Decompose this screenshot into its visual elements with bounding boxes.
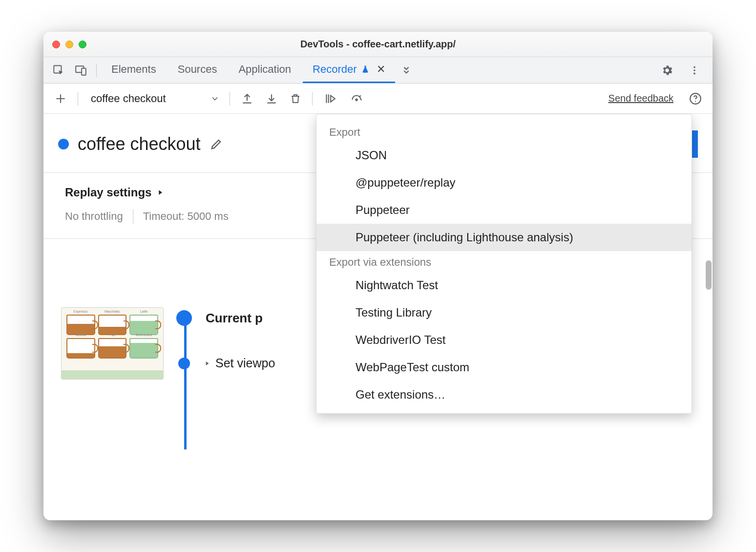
export-extensions-header: Export via extensions xyxy=(316,251,692,272)
export-webdriverio[interactable]: WebdriverIO Test xyxy=(316,326,692,354)
svg-point-8 xyxy=(695,101,696,102)
window-title: DevTools - coffee-cart.netlify.app/ xyxy=(43,39,713,50)
tab-label: Elements xyxy=(111,63,156,76)
divider xyxy=(312,92,313,106)
close-window-button[interactable] xyxy=(52,41,60,48)
devtools-window: DevTools - coffee-cart.netlify.app/ Elem… xyxy=(43,32,713,520)
divider xyxy=(78,92,78,106)
step-label: Current p xyxy=(206,311,263,326)
minimize-window-button[interactable] xyxy=(65,41,73,48)
export-testing-library[interactable]: Testing Library xyxy=(316,299,692,326)
timeline-rail xyxy=(184,316,187,449)
device-toolbar-icon[interactable] xyxy=(71,61,91,80)
recorder-toolbar: coffee checkout Send feedback xyxy=(43,84,713,114)
export-icon[interactable] xyxy=(237,89,257,108)
export-nightwatch[interactable]: Nightwatch Test xyxy=(316,272,692,299)
inspect-element-icon[interactable] xyxy=(48,61,69,80)
zoom-window-button[interactable] xyxy=(79,41,86,48)
timeout-value: Timeout: 5000 ms xyxy=(143,210,229,223)
recording-status-dot xyxy=(58,139,69,149)
tab-elements[interactable]: Elements xyxy=(102,57,166,83)
divider xyxy=(230,92,230,106)
new-recording-icon[interactable] xyxy=(50,89,71,108)
expand-step-icon xyxy=(204,360,210,367)
close-tab-icon[interactable]: ✕ xyxy=(377,63,385,76)
devtools-tabstrip: Elements Sources Application Recorder ✕ xyxy=(43,57,713,84)
tab-recorder[interactable]: Recorder ✕ xyxy=(303,57,395,83)
throttling-value: No throttling xyxy=(65,210,123,223)
import-icon[interactable] xyxy=(261,89,282,108)
replay-settings-label: Replay settings xyxy=(65,186,151,199)
tab-label: Recorder xyxy=(313,63,357,76)
flask-icon xyxy=(361,65,370,74)
svg-point-6 xyxy=(356,99,357,100)
tab-label: Application xyxy=(238,63,291,76)
tab-application[interactable]: Application xyxy=(229,57,301,83)
traffic-lights xyxy=(52,41,86,48)
delete-icon[interactable] xyxy=(286,89,305,108)
divider xyxy=(96,64,97,77)
step-node-icon xyxy=(176,310,192,326)
divider xyxy=(133,209,133,224)
export-puppeteer-replay[interactable]: @puppeteer/replay xyxy=(316,169,692,196)
export-puppeteer[interactable]: Puppeteer xyxy=(316,196,692,224)
step-node-icon xyxy=(178,358,190,369)
recording-dropdown[interactable]: coffee checkout xyxy=(85,90,223,107)
export-puppeteer-lighthouse[interactable]: Puppeteer (including Lighthouse analysis… xyxy=(316,224,692,251)
step-through-icon[interactable] xyxy=(319,89,341,108)
settings-gear-icon[interactable] xyxy=(657,61,677,80)
more-tabs-icon[interactable] xyxy=(397,62,416,79)
titlebar: DevTools - coffee-cart.netlify.app/ xyxy=(43,32,713,57)
svg-rect-2 xyxy=(82,68,86,75)
scrollbar-thumb[interactable] xyxy=(706,260,712,290)
help-icon[interactable] xyxy=(685,89,706,108)
recording-title: coffee checkout xyxy=(78,134,201,154)
chevron-down-icon xyxy=(210,94,220,104)
kebab-menu-icon[interactable] xyxy=(685,62,704,79)
step-label: Set viewpo xyxy=(215,356,275,370)
tab-sources[interactable]: Sources xyxy=(168,57,227,83)
export-menu-header: Export xyxy=(316,121,692,142)
recorder-main: coffee checkout Replay settings No throt… xyxy=(43,114,713,520)
export-menu: Export JSON @puppeteer/replay Puppeteer … xyxy=(316,114,692,414)
export-json[interactable]: JSON xyxy=(316,142,692,169)
svg-point-4 xyxy=(693,69,695,71)
send-feedback-link[interactable]: Send feedback xyxy=(609,93,673,104)
export-webpagetest[interactable]: WebPageTest custom xyxy=(316,354,692,381)
edit-title-icon[interactable] xyxy=(210,137,223,151)
slow-replay-icon[interactable] xyxy=(345,89,368,108)
chevron-right-icon xyxy=(156,189,164,196)
svg-point-5 xyxy=(693,72,695,74)
page-thumbnail: Espresso Macchiato Latte Mocha Flat Amer… xyxy=(61,307,164,380)
recording-dropdown-value: coffee checkout xyxy=(91,92,166,105)
svg-point-3 xyxy=(693,66,695,68)
export-get-extensions[interactable]: Get extensions… xyxy=(316,381,692,408)
tab-label: Sources xyxy=(178,63,217,76)
